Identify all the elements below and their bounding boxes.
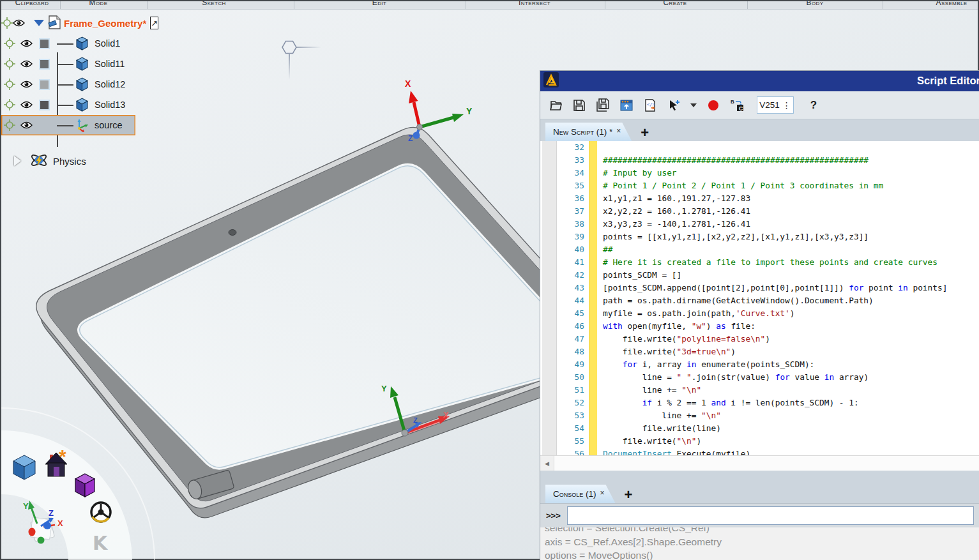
anchor-icon[interactable] bbox=[1, 38, 18, 49]
save-script-button[interactable] bbox=[572, 98, 587, 113]
code-line[interactable]: line = " ".join(str(value) for value in … bbox=[603, 371, 979, 384]
visibility-eye-icon[interactable] bbox=[18, 80, 34, 88]
code-line[interactable]: # Point 1 / Point 2 / Point 1 / Point 3 … bbox=[603, 179, 979, 192]
code-line[interactable]: ########################################… bbox=[603, 154, 979, 167]
convert-basic-to-csharp-button[interactable]: B C bbox=[729, 98, 745, 113]
tab-label: Console (1) bbox=[553, 489, 596, 499]
change-bar bbox=[589, 141, 597, 455]
open-script-button[interactable] bbox=[548, 98, 563, 113]
code-line[interactable] bbox=[603, 141, 979, 154]
code-line[interactable]: points_SCDM = [] bbox=[603, 269, 979, 282]
scroll-left-button[interactable]: ◀ bbox=[540, 456, 554, 471]
code-line[interactable]: line += "\n" bbox=[603, 384, 979, 397]
code-line[interactable]: path = os.path.dirname(GetActiveWindow()… bbox=[603, 294, 979, 307]
code-line[interactable]: # Input by user bbox=[603, 167, 979, 179]
code-line[interactable]: file.write(line) bbox=[603, 422, 979, 435]
save-all-button[interactable] bbox=[595, 98, 611, 113]
expand-triangle-icon[interactable] bbox=[34, 20, 44, 26]
color-swatch[interactable] bbox=[39, 59, 50, 70]
anchor-icon[interactable] bbox=[1, 58, 18, 70]
record-selection-button[interactable] bbox=[666, 98, 681, 113]
code-line[interactable]: DocumentInsert.Execute(myfile) bbox=[603, 448, 979, 455]
code-line[interactable]: # Here it is created a file to import th… bbox=[603, 256, 979, 269]
code-line[interactable]: myfile = os.path.join(path,'Curve.txt') bbox=[603, 307, 979, 320]
open-external-icon[interactable]: ↗ bbox=[150, 17, 158, 29]
code-line[interactable]: line += "\n" bbox=[603, 409, 979, 422]
record-dropdown-arrow[interactable] bbox=[690, 98, 697, 113]
visibility-eye-icon[interactable] bbox=[18, 60, 34, 68]
api-version-select[interactable]: V251 ⋮ bbox=[757, 96, 794, 114]
line-number: 45 bbox=[557, 307, 584, 320]
code-line[interactable]: file.write("polyline=false\n") bbox=[603, 333, 979, 345]
code-line[interactable]: x3,y3,z3 = -140,1.2781,-126.41 bbox=[603, 218, 979, 231]
code-line[interactable]: ## bbox=[603, 243, 979, 256]
line-number: 52 bbox=[557, 397, 584, 409]
new-console-button[interactable]: + bbox=[625, 487, 633, 503]
line-number: 55 bbox=[557, 435, 584, 448]
code-line[interactable]: [points_SCDM.append([point[2],point[0],p… bbox=[603, 282, 979, 294]
script-editor-titlebar[interactable]: Script Editor bbox=[540, 71, 979, 91]
line-number: 35 bbox=[557, 179, 584, 192]
code-line[interactable]: if i % 2 == 1 and i != len(points_SCDM) … bbox=[603, 397, 979, 409]
color-swatch[interactable] bbox=[39, 38, 50, 49]
anchor-icon[interactable] bbox=[1, 79, 18, 90]
tree-item-solid1[interactable]: Solid1 bbox=[1, 33, 135, 54]
tree-item-solid13[interactable]: Solid13 bbox=[1, 95, 135, 115]
code-text[interactable]: ########################################… bbox=[597, 141, 979, 455]
physics-section[interactable]: Physics bbox=[1, 151, 212, 171]
tab-close-icon[interactable]: × bbox=[616, 126, 621, 135]
hexagon-marker[interactable] bbox=[282, 42, 321, 80]
color-swatch[interactable] bbox=[39, 100, 50, 110]
axis-label-x: X bbox=[405, 79, 411, 89]
line-number: 43 bbox=[557, 282, 584, 294]
code-line[interactable]: with open(myfile, "w") as file: bbox=[603, 320, 979, 333]
solid-cube-icon bbox=[73, 98, 91, 112]
record-button[interactable] bbox=[706, 98, 721, 113]
window-title: Script Editor bbox=[917, 75, 979, 87]
visibility-eye-icon[interactable] bbox=[18, 101, 34, 109]
code-line[interactable]: file.write("\n") bbox=[603, 435, 979, 448]
tree-item-source[interactable]: source bbox=[1, 115, 135, 135]
anchor-icon[interactable] bbox=[1, 17, 13, 29]
axis-label-y: Y bbox=[466, 106, 473, 116]
visibility-eye-icon[interactable] bbox=[13, 19, 25, 27]
tree-item-label: Solid1 bbox=[91, 38, 120, 49]
tree-item-solid12[interactable]: Solid12 bbox=[1, 74, 135, 95]
console-input[interactable] bbox=[567, 506, 974, 525]
visibility-eye-icon[interactable] bbox=[18, 121, 34, 129]
wheel-icon[interactable] bbox=[91, 503, 110, 522]
design-title[interactable]: Frame_Geometry* bbox=[61, 18, 150, 29]
code-line[interactable]: x1,y1,z1 = 160.,191.27,-127.83 bbox=[603, 192, 979, 205]
code-editor[interactable]: 3233343536373839404142434445464748495051… bbox=[540, 141, 979, 455]
code-line[interactable]: points = [[x1,y1,z1],[x2,y2,z2],[x1,y1,z… bbox=[603, 231, 979, 243]
line-number-gutter: 3233343536373839404142434445464748495051… bbox=[557, 141, 589, 455]
help-button[interactable]: ? bbox=[806, 98, 821, 113]
code-line[interactable]: file.write("3d=true\n") bbox=[603, 345, 979, 358]
ribbon-group-clipboard: Clipboard bbox=[15, 1, 49, 7]
expand-collapsed-icon[interactable] bbox=[14, 156, 21, 166]
anchor-icon[interactable] bbox=[1, 99, 18, 110]
tree-branch-stub bbox=[57, 84, 73, 86]
purple-body-icon[interactable] bbox=[75, 474, 95, 497]
run-in-spaceclaim-button[interactable] bbox=[619, 98, 634, 113]
line-number: 51 bbox=[557, 384, 584, 397]
k-tool-icon[interactable]: K bbox=[93, 532, 109, 554]
triad-top: X Y Z bbox=[405, 79, 473, 143]
tab-console[interactable]: Console (1) × bbox=[545, 485, 616, 503]
load-script-file-button[interactable]: </> bbox=[642, 98, 658, 113]
tab-close-icon[interactable]: × bbox=[600, 488, 605, 497]
code-line[interactable]: for i, array in enumerate(points_SCDM): bbox=[603, 358, 979, 371]
color-swatch[interactable] bbox=[39, 79, 50, 90]
tree-item-solid11[interactable]: Solid11 bbox=[1, 54, 135, 74]
svg-text:*: * bbox=[59, 446, 66, 467]
tree-root-row[interactable]: Frame_Geometry* ↗ bbox=[1, 13, 135, 33]
tree-branch-stub bbox=[57, 64, 73, 65]
horizontal-scrollbar[interactable]: ◀ bbox=[540, 455, 979, 471]
anchor-icon[interactable] bbox=[1, 119, 18, 131]
visibility-eye-icon[interactable] bbox=[18, 40, 34, 47]
code-line[interactable]: x2,y2,z2 = 160.,1.2781,-126.41 bbox=[603, 205, 979, 218]
new-tab-button[interactable]: + bbox=[641, 125, 649, 141]
vertical-scrollbar[interactable] bbox=[540, 141, 557, 455]
ribbon-divider bbox=[883, 1, 883, 10]
tab-new-script[interactable]: New Script (1) * × bbox=[545, 123, 632, 141]
